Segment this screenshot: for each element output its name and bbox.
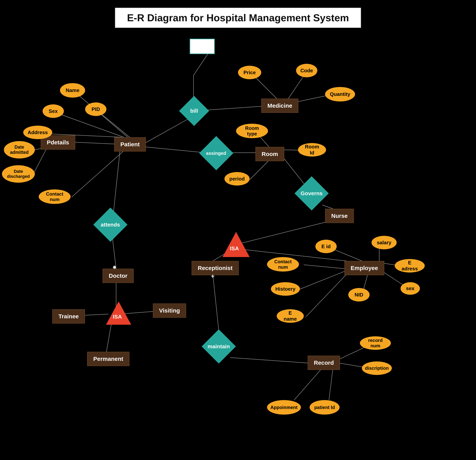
attr-contact-num-patient: Contact num [39, 189, 71, 204]
attr-e-address: E adress [395, 259, 425, 272]
svg-line-43 [294, 369, 321, 400]
attr-salary: salary [372, 236, 397, 249]
svg-line-13 [145, 147, 205, 153]
page-title: E-R Diagram for Hospital Management Syst… [127, 12, 349, 24]
svg-line-37 [298, 271, 346, 290]
svg-line-19 [322, 205, 333, 209]
entity-nurse: Nurse [325, 209, 354, 223]
attr-period: period [224, 172, 250, 186]
entity-receptionist: Receptionist [192, 261, 239, 275]
attr-e-name: E name [277, 309, 304, 323]
attr-code: Code [296, 64, 317, 77]
isa-triangle-bottom [106, 302, 131, 325]
entity-employee: Employee [344, 261, 384, 275]
entity-trainee: Trainee [52, 309, 85, 324]
svg-line-23 [112, 236, 116, 269]
plus-marker: + [211, 272, 215, 280]
entity-record: Record [308, 356, 340, 370]
entity-patient: Patient [114, 137, 146, 152]
attr-room-id: Room Id [298, 143, 326, 156]
svg-line-21 [194, 52, 209, 75]
entity-medicine: Medicine [261, 99, 298, 113]
attr-name: Name [60, 83, 85, 98]
isa-triangle-top [222, 232, 250, 257]
attr-contact-num-emp: Contact num [267, 257, 299, 271]
attr-date-admitted: Date admitted [4, 141, 35, 158]
entity-room: Room [255, 147, 284, 161]
svg-line-38 [306, 274, 346, 317]
attr-record-num: record num [360, 336, 391, 350]
svg-line-8 [145, 116, 194, 143]
svg-line-9 [205, 106, 261, 110]
svg-line-36 [304, 265, 344, 269]
attr-pid: PID [85, 102, 106, 116]
attr-appoinment: Appoinment [267, 400, 301, 415]
attr-histoery: Histoery [271, 282, 300, 296]
svg-line-44 [329, 369, 333, 400]
svg-line-17 [250, 160, 269, 180]
entity-doctor: Doctor [102, 269, 134, 283]
isa-label-bottom: ISA [113, 314, 122, 320]
title-box: E-R Diagram for Hospital Management Syst… [115, 8, 361, 28]
attr-address: Address [23, 126, 52, 139]
attr-price: Price [238, 66, 261, 79]
attr-room-type: Room type [236, 124, 268, 138]
attr-quantity: Quantity [325, 87, 355, 101]
attr-discription: discription [362, 361, 392, 375]
entity-visiting: Visiting [153, 304, 186, 318]
isa-label-top: ISA [230, 246, 239, 252]
attr-sex: Sex [42, 104, 64, 118]
attr-date-discharged: Date discharged [2, 165, 35, 183]
svg-line-40 [230, 358, 308, 363]
attr-patient-id: patient Id [310, 400, 340, 415]
circle-marker [113, 266, 116, 269]
attr-nid: NID [348, 288, 370, 302]
attr-e-id: E id [315, 240, 337, 253]
entity-permanent: Permanent [87, 352, 129, 366]
svg-line-4 [72, 142, 114, 144]
unnamed-rect [190, 39, 215, 54]
attr-sex-emp: sex [400, 282, 420, 295]
connection-lines [0, 0, 476, 460]
svg-line-6 [34, 149, 46, 173]
